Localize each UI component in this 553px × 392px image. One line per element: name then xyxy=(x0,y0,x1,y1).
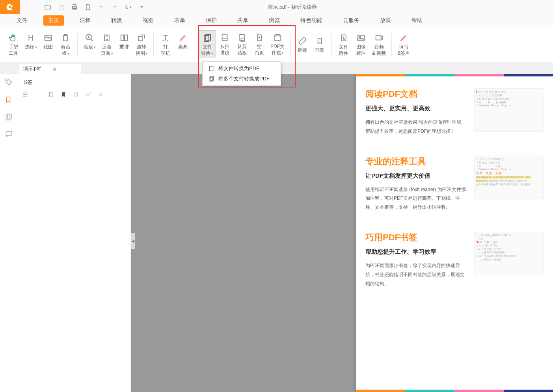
collapse-panel-handle[interactable]: ◀ xyxy=(131,233,135,249)
fit-page-button[interactable]: 适合 页面 xyxy=(98,31,115,58)
svg-rect-16 xyxy=(240,34,244,40)
blank-page-button[interactable]: 空 白页 xyxy=(251,30,268,58)
reflow-button[interactable]: 重排 xyxy=(115,31,133,52)
section-subheading: 更强大、更实用、更高效 xyxy=(365,105,467,112)
qat-customize-icon[interactable]: ▾ xyxy=(138,4,145,11)
section-screenshot: ◇ 员工手册_20120917.pdf ✕ 书签🔖 ☰ ▢ ▣ ▢ A A▢ ⊞… xyxy=(474,232,544,275)
comments-panel-icon[interactable] xyxy=(5,130,13,139)
svg-rect-0 xyxy=(59,5,63,9)
undo-icon[interactable] xyxy=(98,4,105,11)
redo-icon[interactable] xyxy=(111,4,118,11)
svg-point-25 xyxy=(7,80,7,81)
decorative-stripe xyxy=(356,390,553,392)
hand-tool-button[interactable]: 手型 工具 xyxy=(5,31,22,58)
highlight-button[interactable]: 高亮 xyxy=(174,31,192,52)
tab-file[interactable]: 文件 xyxy=(12,15,32,26)
svg-rect-15 xyxy=(222,34,227,41)
decorative-stripe xyxy=(356,74,553,76)
page-section-2: 专业的注释工具 让PDF文档发挥更大价值 使用福昕PDF阅读器 (foxit r… xyxy=(365,156,544,212)
documents-icon xyxy=(208,76,214,82)
page-section-1: 阅读PDF文档 更强大、更实用、更高效 拥有出色的文档渲染效果,强大的页面管理功… xyxy=(365,88,544,136)
document-tab[interactable]: 演示.pdf ✕ xyxy=(18,63,81,74)
convert-file-to-pdf-item[interactable]: 将文件转换为PDF xyxy=(203,63,281,74)
tab-comment[interactable]: 注释 xyxy=(75,15,95,26)
add-bookmark-icon[interactable] xyxy=(48,91,55,98)
tab-home[interactable]: 主页 xyxy=(43,15,64,26)
tab-cloud[interactable]: 云服务 xyxy=(338,15,364,26)
fill-sign-button[interactable]: 填写 &签名 xyxy=(395,31,412,58)
open-icon[interactable] xyxy=(44,4,51,11)
tab-slideshow[interactable]: 放映 xyxy=(375,15,396,26)
quick-access-toolbar: ▾ ▾ xyxy=(39,4,150,11)
zoom-button[interactable]: 缩放 xyxy=(81,31,98,52)
svg-rect-17 xyxy=(241,38,244,41)
typewriter-button[interactable]: 打 字机 xyxy=(157,31,174,58)
tab-share[interactable]: 共享 xyxy=(233,15,253,26)
tab-protect[interactable]: 保护 xyxy=(201,15,222,26)
tab-convert[interactable]: 转换 xyxy=(106,15,127,26)
snapshot-button[interactable]: 截图 xyxy=(39,31,57,52)
file-attach-button[interactable]: 文件 附件 xyxy=(335,31,352,58)
svg-rect-21 xyxy=(376,35,381,40)
section-heading: 巧用PDF书签 xyxy=(365,232,467,243)
svg-rect-22 xyxy=(209,66,213,71)
menu-tabs: 文件 主页 注释 转换 视图 表单 保护 共享 浏览 特色功能 云服务 放映 帮… xyxy=(0,14,553,27)
touch-icon[interactable]: ▾ xyxy=(125,4,132,11)
section-subheading: 帮助您提升工作、学习效率 xyxy=(365,248,467,256)
audio-video-button[interactable]: 音频 & 视频 xyxy=(370,31,388,58)
print-icon[interactable] xyxy=(71,4,78,11)
app-logo[interactable] xyxy=(0,0,20,14)
panel-list-icon[interactable] xyxy=(22,91,29,98)
tab-browse[interactable]: 浏览 xyxy=(264,15,285,26)
window-title: 演示.pdf - 福昕阅读器 xyxy=(150,4,435,11)
svg-rect-11 xyxy=(125,35,127,41)
image-annotation-button[interactable]: 图像 标注 xyxy=(352,31,370,58)
tag-icon[interactable] xyxy=(5,78,13,87)
clipboard-button[interactable]: 剪贴 板 xyxy=(57,31,74,58)
section-body: 为PDF页面添加书签，除了实现内容的快速导航，书签还能指明不同书签的层级关系，展… xyxy=(365,261,467,288)
bookmark-panel: 书签 A+ A- xyxy=(18,74,131,392)
text-large-icon[interactable]: A+ xyxy=(86,91,93,98)
file-convert-button[interactable]: 文件 转换 xyxy=(198,30,216,58)
section-screenshot: ▢ T ▢ ▢ ▢ TI 打字机 ▢手型 缩放 ✎高亮 文件工具 转换◇ Dat… xyxy=(474,156,544,199)
new-doc-icon[interactable] xyxy=(84,4,91,11)
section-body: 使用福昕PDF阅读器 (foxit reader) 为PDF文件添加注释，可对P… xyxy=(365,185,467,212)
pages-panel-icon[interactable] xyxy=(5,113,13,121)
pdf-package-button[interactable]: PDF文 件包 xyxy=(268,30,287,58)
delete-bookmark-icon[interactable] xyxy=(73,91,80,98)
document-view[interactable]: ◀ 阅读PDF文档 更强大、更实用、更高效 拥有出色的文档渲染效果,强大的页面管… xyxy=(131,74,553,392)
title-bar: ▾ ▾ 演示.pdf - 福昕阅读器 xyxy=(0,0,553,14)
new-bookmark-icon[interactable] xyxy=(61,91,68,98)
ribbon: 手型 工具 选择 截图 剪贴 板 缩放 适合 页面 重排 旋转 视图 打 字机 … xyxy=(0,27,553,62)
section-subheading: 让PDF文档发挥更大价值 xyxy=(365,172,467,180)
svg-rect-10 xyxy=(121,35,124,41)
bookmark-button[interactable]: 书签 xyxy=(311,34,328,55)
link-button[interactable]: 链接 xyxy=(294,34,311,55)
rotate-view-button[interactable]: 旋转 视图 xyxy=(133,31,150,58)
svg-rect-12 xyxy=(139,36,142,41)
tab-form[interactable]: 表单 xyxy=(169,15,190,26)
save-icon[interactable] xyxy=(58,4,65,11)
main-area: 书签 A+ A- ◀ 阅读PDF文档 更强大、更实用、更高效 拥有出色的文档渲染… xyxy=(0,74,553,392)
document-tab-label: 演示.pdf xyxy=(23,65,41,72)
close-tab-icon[interactable]: ✕ xyxy=(52,66,58,72)
section-heading: 专业的注释工具 xyxy=(365,156,467,167)
tab-view[interactable]: 视图 xyxy=(138,15,158,26)
document-icon xyxy=(208,65,214,72)
panel-title: 书签 xyxy=(22,77,127,90)
bookmark-panel-icon[interactable] xyxy=(5,95,13,104)
select-button[interactable]: 选择 xyxy=(22,31,39,52)
pdf-page: 阅读PDF文档 更强大、更实用、更高效 拥有出色的文档渲染效果,强大的页面管理功… xyxy=(356,74,553,392)
text-small-icon[interactable]: A- xyxy=(99,91,106,98)
svg-rect-1 xyxy=(60,5,62,6)
from-scanner-button[interactable]: 从扫 描仪 xyxy=(216,30,233,58)
file-convert-dropdown: 将文件转换为PDF 将多个文件转换成PDF xyxy=(202,61,281,86)
svg-rect-3 xyxy=(73,4,76,6)
tab-feature[interactable]: 特色功能 xyxy=(296,15,327,26)
side-strip xyxy=(0,74,18,392)
panel-toolbar: A+ A- xyxy=(22,90,127,102)
section-screenshot: ▌文件 主页 注释 转换 视图▢ ▢ ▢ ▢ ▢ 适合页面手型 选择 截图 剪贴… xyxy=(474,88,544,132)
convert-multiple-files-item[interactable]: 将多个文件转换成PDF xyxy=(203,74,281,84)
from-clipboard-button[interactable]: 从剪 贴板 xyxy=(233,30,251,58)
tab-help[interactable]: 帮助 xyxy=(407,15,427,26)
